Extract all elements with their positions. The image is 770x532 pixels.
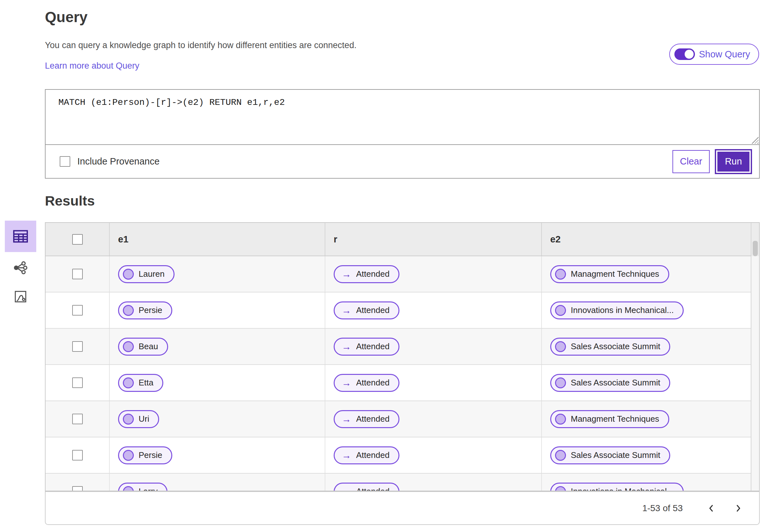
entity-pill-e1[interactable]: Beau — [118, 338, 168, 356]
network-icon — [13, 260, 29, 276]
pagination-bar: 1-53 of 53 — [45, 491, 760, 525]
plot-icon — [13, 289, 28, 304]
arrow-right-icon: → — [342, 269, 351, 279]
entity-label: Beau — [139, 342, 158, 351]
table-row: Etta → Attended Sales Associate Summit — [46, 365, 759, 401]
query-toolbar: Include Provenance Clear Run — [45, 145, 760, 179]
entity-pill-e2[interactable]: Innovations in Mechanical... — [550, 483, 684, 492]
entity-label: Managment Techniques — [571, 414, 659, 424]
row-checkbox[interactable] — [72, 450, 83, 460]
select-all-checkbox[interactable] — [72, 234, 83, 245]
entity-label: Sales Associate Summit — [571, 450, 660, 460]
entity-node-icon — [123, 377, 134, 388]
row-checkbox[interactable] — [72, 269, 83, 279]
table-scrollbar[interactable] — [751, 223, 759, 491]
entity-pill-e2[interactable]: Sales Associate Summit — [550, 338, 670, 356]
sidebar-item-network-view[interactable] — [5, 258, 36, 278]
next-page-button[interactable] — [731, 501, 746, 516]
row-checkbox[interactable] — [72, 305, 83, 316]
entity-pill-e1[interactable]: Etta — [118, 374, 163, 392]
relation-label: Attended — [356, 486, 390, 491]
row-checkbox[interactable] — [72, 377, 83, 388]
entity-node-icon — [555, 450, 566, 461]
table-row: Larry → Attended Innovations in Mechanic… — [46, 474, 759, 491]
entity-label: Persie — [139, 305, 162, 315]
sidebar-item-table-view[interactable] — [5, 221, 36, 252]
entity-pill-e1[interactable]: Persie — [118, 446, 172, 464]
entity-label: Larry — [139, 486, 157, 491]
query-panel: MATCH (e1:Person)-[r]->(e2) RETURN e1,r,… — [45, 89, 760, 179]
entity-node-icon — [555, 414, 566, 425]
view-switcher-sidebar — [4, 221, 37, 307]
previous-page-button[interactable] — [704, 501, 719, 516]
chevron-left-icon — [707, 503, 716, 513]
column-header-e1[interactable]: e1 — [110, 234, 128, 245]
table-row: Persie → Attended Sales Associate Summit — [46, 437, 759, 474]
entity-pill-e2[interactable]: Managment Techniques — [550, 410, 669, 428]
sidebar-item-plot-view[interactable] — [5, 287, 36, 307]
entity-label: Sales Associate Summit — [571, 342, 660, 351]
relation-pill[interactable]: → Attended — [334, 265, 400, 283]
results-title: Results — [45, 193, 95, 209]
clear-button[interactable]: Clear — [673, 150, 710, 173]
row-checkbox[interactable] — [72, 486, 83, 491]
show-query-toggle[interactable]: Show Query — [669, 44, 759, 65]
entity-node-icon — [123, 486, 134, 492]
row-checkbox[interactable] — [72, 341, 83, 352]
entity-node-icon — [123, 269, 134, 280]
relation-pill[interactable]: → Attended — [334, 483, 400, 492]
learn-more-link[interactable]: Learn more about Query — [45, 61, 139, 71]
relation-label: Attended — [356, 305, 390, 315]
toggle-knob — [685, 50, 694, 59]
entity-label: Lauren — [139, 269, 165, 279]
entity-label: Persie — [139, 450, 162, 460]
entity-pill-e1[interactable]: Lauren — [118, 265, 174, 283]
scrollbar-thumb[interactable] — [753, 241, 758, 256]
chevron-right-icon — [733, 503, 743, 513]
relation-pill[interactable]: → Attended — [334, 410, 400, 428]
arrow-right-icon: → — [342, 414, 351, 424]
include-provenance-label: Include Provenance — [77, 156, 159, 167]
entity-node-icon — [123, 341, 134, 352]
entity-label: Innovations in Mechanical... — [571, 486, 674, 491]
arrow-right-icon: → — [342, 451, 351, 460]
table-row: Uri → Attended Managment Techniques — [46, 401, 759, 437]
column-header-e2[interactable]: e2 — [542, 234, 561, 245]
page-description: You can query a knowledge graph to ident… — [45, 40, 356, 50]
entity-node-icon — [555, 486, 566, 492]
table-row: Persie → Attended Innovations in Mechani… — [46, 292, 759, 329]
entity-pill-e2[interactable]: Managment Techniques — [550, 265, 669, 283]
table-body: Lauren → Attended Managment Techniques P… — [46, 256, 759, 491]
entity-pill-e1[interactable]: Uri — [118, 410, 159, 428]
table-icon — [12, 227, 30, 245]
entity-node-icon — [123, 305, 134, 316]
arrow-right-icon: → — [342, 378, 351, 388]
arrow-right-icon: → — [342, 306, 351, 315]
toggle-on-icon[interactable] — [674, 48, 695, 60]
entity-label: Sales Associate Summit — [571, 378, 660, 388]
include-provenance-checkbox[interactable] — [60, 156, 70, 167]
run-button-label: Run — [717, 152, 749, 172]
entity-pill-e2[interactable]: Sales Associate Summit — [550, 446, 670, 464]
entity-pill-e2[interactable]: Sales Associate Summit — [550, 374, 670, 392]
results-table: e1 r e2 Lauren → Attended Managment Tech… — [45, 222, 760, 491]
query-input[interactable]: MATCH (e1:Person)-[r]->(e2) RETURN e1,r,… — [45, 89, 760, 145]
show-query-label: Show Query — [699, 49, 750, 60]
relation-pill[interactable]: → Attended — [334, 338, 400, 356]
relation-label: Attended — [356, 450, 390, 460]
run-button[interactable]: Run — [715, 149, 752, 174]
row-checkbox[interactable] — [72, 414, 83, 424]
relation-label: Attended — [356, 414, 390, 424]
relation-pill[interactable]: → Attended — [334, 446, 400, 464]
pagination-range-label: 1-53 of 53 — [642, 503, 683, 513]
table-row: Beau → Attended Sales Associate Summit — [46, 329, 759, 365]
column-header-r[interactable]: r — [325, 234, 337, 245]
table-row: Lauren → Attended Managment Techniques — [46, 256, 759, 292]
entity-pill-e1[interactable]: Persie — [118, 301, 172, 319]
relation-pill[interactable]: → Attended — [334, 301, 400, 319]
relation-label: Attended — [356, 269, 390, 279]
entity-node-icon — [555, 305, 566, 316]
relation-pill[interactable]: → Attended — [334, 374, 400, 392]
entity-pill-e1[interactable]: Larry — [118, 483, 167, 492]
entity-pill-e2[interactable]: Innovations in Mechanical... — [550, 301, 684, 319]
